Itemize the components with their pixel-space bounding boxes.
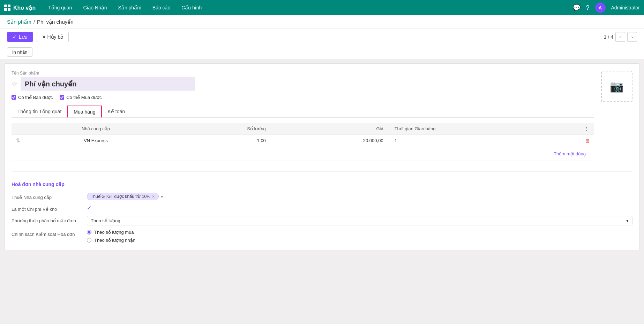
top-menu: Tổng quan Giao Nhận Sản phẩm Báo cáo Cấu… [43, 0, 207, 15]
top-navigation: Kho vận Tổng quan Giao Nhận Sản phẩm Báo… [0, 0, 644, 15]
delete-row-button[interactable]: 🗑 [585, 138, 590, 144]
product-left: Tên Sản phẩm ☆ Có thể Bán được Có thể Mu… [12, 71, 594, 164]
row-supplier[interactable]: VN Express [25, 134, 166, 147]
action-toolbar: ✓ Lưu ✕ Hủy bỏ 1 / 4 ‹ › [0, 29, 644, 45]
pagination: 1 / 4 ‹ › [604, 32, 637, 42]
save-button[interactable]: ✓ Lưu [7, 32, 33, 42]
distribution-dropdown[interactable]: Theo số lượng ▾ [87, 216, 632, 225]
tax-label: Thuế Nhà cung cấp [12, 193, 81, 200]
main-content: Tên Sản phẩm ☆ Có thể Bán được Có thể Mu… [4, 63, 640, 250]
top-right-controls: 💬 ? A Administrator [573, 2, 640, 13]
cost-label: Là một Chi phí Về kho [12, 205, 81, 212]
supplier-invoice-title: Hoá đơn nhà cung cấp [12, 182, 632, 187]
product-checkboxes: Có thể Bán được Có thể Mua được [12, 95, 594, 100]
supplier-invoice-section: Hoá đơn nhà cung cấp Thuế Nhà cung cấp T… [12, 179, 632, 243]
pagination-next[interactable]: › [627, 32, 637, 42]
product-name-label: Tên Sản phẩm [12, 71, 594, 76]
invoice-control-label: Chính sách Kiểm soát Hóa đơn [12, 230, 81, 237]
menu-bao-cao[interactable]: Báo cáo [147, 0, 176, 15]
print-label-button[interactable]: In nhãn [7, 47, 32, 57]
app-logo[interactable]: Kho vận [4, 5, 36, 11]
radio-by-received-qty[interactable]: Theo số lượng nhận [87, 238, 632, 243]
favorite-star-icon[interactable]: ☆ [12, 80, 18, 88]
menu-cau-hinh[interactable]: Cấu hình [176, 0, 207, 15]
section-divider [12, 171, 632, 172]
tab-mua-hang[interactable]: Mua hàng [67, 106, 102, 117]
pagination-prev[interactable]: ‹ [615, 32, 625, 42]
cancel-button[interactable]: ✕ Hủy bỏ [37, 32, 69, 42]
invoice-control-options: Theo số lượng mua Theo số lượng nhận [87, 230, 632, 243]
product-tabs: Thông tin Tổng quát Mua hàng Kế toán [12, 106, 594, 118]
menu-san-pham[interactable]: Sản phẩm [113, 0, 147, 15]
grid-icon [4, 5, 10, 11]
admin-label: Administrator [611, 5, 640, 10]
tax-dropdown-arrow[interactable]: ▾ [161, 194, 163, 199]
tax-tag: Thuế GTGT được khấu trừ 10% ✕ [87, 193, 159, 200]
supplier-table: Nhà cung cấp Số lượng Giá Thời gian Giao… [12, 123, 594, 161]
row-quantity[interactable]: 1,00 [166, 134, 270, 147]
breadcrumb-current: Phí vận chuyển [37, 19, 74, 25]
chat-icon[interactable]: 💬 [573, 4, 581, 11]
distribution-value: Theo số lượng ▾ [87, 216, 632, 225]
product-name-input[interactable] [21, 77, 195, 91]
col-price: Giá [270, 123, 390, 134]
col-delivery-time: Thời gian Giao hàng [390, 123, 580, 134]
can-buy-label: Có thể Mua được [66, 95, 102, 100]
radio-by-purchase-qty[interactable]: Theo số lượng mua [87, 230, 632, 235]
row-price[interactable]: 20.000,00 [270, 134, 390, 147]
app-name: Kho vận [13, 5, 36, 11]
breadcrumb: Sản phẩm / Phí vận chuyển [0, 15, 644, 29]
add-row-tr: Thêm một dòng [12, 147, 594, 161]
row-delivery-time[interactable]: 1 [390, 134, 580, 147]
product-name-row: ☆ [12, 77, 594, 91]
can-buy-checkbox[interactable]: Có thể Mua được [60, 95, 102, 100]
product-section: Tên Sản phẩm ☆ Có thể Bán được Có thể Mu… [12, 71, 632, 164]
can-sell-label: Có thể Bán được [18, 95, 53, 100]
secondary-toolbar: In nhãn [0, 45, 644, 59]
help-icon[interactable]: ? [586, 4, 590, 11]
tax-value: Thuế GTGT được khấu trừ 10% ✕ ▾ [87, 193, 632, 200]
col-supplier: Nhà cung cấp [25, 123, 166, 134]
avatar[interactable]: A [595, 2, 606, 13]
product-image-box[interactable]: 📷 [601, 71, 632, 102]
col-quantity: Số lượng [166, 123, 270, 134]
supplier-invoice-form: Thuế Nhà cung cấp Thuế GTGT được khấu tr… [12, 193, 632, 243]
breadcrumb-separator: / [33, 19, 35, 25]
camera-add-icon: 📷 [610, 80, 624, 93]
can-sell-checkbox[interactable]: Có thể Bán được [12, 95, 53, 100]
dropdown-arrow-icon: ▾ [626, 218, 629, 223]
breadcrumb-parent[interactable]: Sản phẩm [7, 19, 31, 25]
pagination-text: 1 / 4 [604, 34, 613, 40]
table-row: ⇅ VN Express 1,00 20.000,00 1 🗑 [12, 134, 594, 147]
drag-handle-icon[interactable]: ⇅ [16, 138, 20, 144]
menu-giao-nhan[interactable]: Giao Nhận [77, 0, 112, 15]
remove-tax-button[interactable]: ✕ [152, 194, 155, 199]
tab-ke-toan[interactable]: Kế toán [102, 106, 131, 117]
menu-tong-quan[interactable]: Tổng quan [43, 0, 77, 15]
distribution-label: Phương thức phân bổ mặc định [12, 216, 81, 223]
cost-value: ✓ [87, 205, 632, 211]
cost-check-icon[interactable]: ✓ [87, 205, 91, 211]
tab-tong-quat[interactable]: Thông tin Tổng quát [12, 106, 67, 117]
table-settings-icon[interactable]: ⋮ [584, 126, 589, 131]
save-check-icon: ✓ [13, 34, 17, 40]
add-row-button[interactable]: Thêm một dòng [549, 150, 590, 158]
